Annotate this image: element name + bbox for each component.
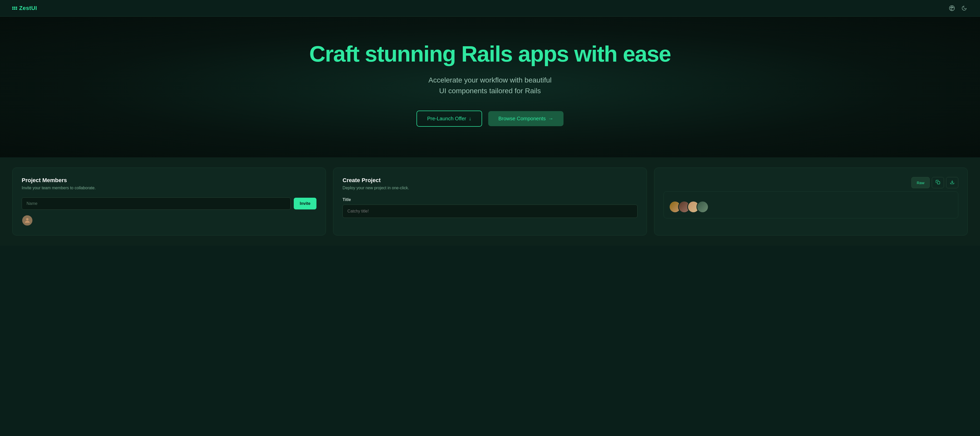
arrow-down-icon: ↓ (469, 116, 471, 121)
hero-subtitle-line1: Accelerate your workflow with beautiful (428, 76, 552, 84)
create-project-subtitle: Deploy your new project in one-click. (342, 186, 637, 190)
member-avatars (22, 215, 317, 226)
create-project-title: Create Project (342, 177, 637, 184)
svg-point-1 (951, 7, 951, 8)
navbar-icons (948, 5, 968, 12)
name-input[interactable] (22, 198, 291, 210)
svg-point-3 (953, 7, 953, 8)
hero-title: Craft stunning Rails apps with ease (10, 42, 970, 65)
invite-row: Invite (22, 198, 317, 210)
hero-buttons: Pre-Launch Offer ↓ Browse Components → (10, 110, 970, 127)
project-title-input[interactable] (342, 204, 637, 218)
palette-icon[interactable] (948, 5, 956, 12)
browse-components-button[interactable]: Browse Components → (488, 111, 564, 126)
svg-rect-5 (937, 182, 940, 184)
svg-point-2 (952, 6, 953, 7)
logo-text: ZestUI (19, 5, 37, 11)
avatar (697, 201, 709, 213)
avatar (22, 215, 33, 226)
project-members-card: Project Members Invite your team members… (12, 168, 326, 235)
cards-section: Project Members Invite your team members… (0, 157, 980, 246)
overlap-avatars (669, 201, 953, 213)
hero-subtitle: Accelerate your workflow with beautiful … (10, 75, 970, 96)
title-label: Title (342, 198, 637, 202)
download-icon (950, 181, 955, 185)
navbar: ZestUI (0, 0, 980, 17)
project-members-subtitle: Invite your team members to collaborate. (22, 186, 317, 190)
logo-dots-icon (12, 6, 17, 10)
download-button[interactable] (946, 177, 958, 188)
invite-button[interactable]: Invite (294, 198, 317, 209)
arrow-right-icon: → (548, 116, 553, 121)
hero-subtitle-line2: UI components tailored for Rails (439, 87, 541, 95)
prelaunch-button[interactable]: Pre-Launch Offer ↓ (417, 110, 482, 127)
project-members-title: Project Members (22, 177, 317, 184)
copy-icon (935, 181, 940, 185)
prelaunch-label: Pre-Launch Offer (427, 116, 466, 121)
raw-label: Raw (917, 180, 924, 185)
svg-point-4 (26, 218, 28, 220)
code-toolbar: Raw (663, 177, 958, 188)
logo[interactable]: ZestUI (12, 5, 37, 11)
dark-mode-icon[interactable] (961, 5, 968, 12)
browse-label: Browse Components (498, 116, 546, 121)
raw-button[interactable]: Raw (912, 177, 930, 188)
copy-button[interactable] (932, 177, 944, 188)
code-preview-card: Raw (654, 168, 968, 235)
create-project-card: Create Project Deploy your new project i… (333, 168, 647, 235)
hero-section: Craft stunning Rails apps with ease Acce… (0, 17, 980, 157)
